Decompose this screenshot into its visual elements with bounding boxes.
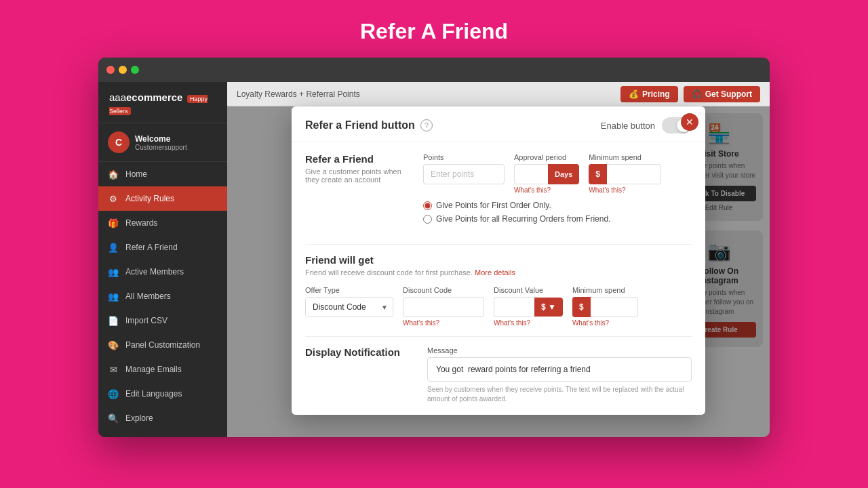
- dollar-button[interactable]: $: [589, 164, 607, 184]
- active-members-icon: 👥: [108, 266, 119, 277]
- pricing-button[interactable]: 💰 Pricing: [620, 86, 678, 102]
- friend-min-spend-input[interactable]: [591, 297, 638, 317]
- home-icon: 🏠: [108, 169, 119, 180]
- email-icon: ✉: [108, 364, 119, 375]
- sidebar-item-label: Activity Rules: [125, 194, 174, 203]
- rewards-icon: 🎁: [108, 218, 119, 228]
- sidebar-item-label: Explore: [125, 413, 153, 423]
- min-spend-input[interactable]: [607, 164, 661, 184]
- explore-icon: 🔍: [108, 413, 119, 424]
- friend-section-title: Friend will get: [305, 254, 692, 266]
- sidebar-item-import-csv[interactable]: 📄 Import CSV: [98, 308, 227, 333]
- dot-yellow: [119, 66, 127, 74]
- days-button[interactable]: Days: [548, 164, 579, 184]
- pricing-label: Pricing: [642, 89, 670, 99]
- sidebar-item-active-members[interactable]: 👥 Active Members: [98, 260, 227, 284]
- discount-code-input[interactable]: [403, 297, 484, 317]
- min-spend-whatsthis[interactable]: What's this?: [589, 186, 661, 194]
- radio-recurring[interactable]: Give Points for all Recurring Orders fro…: [423, 214, 692, 224]
- browser-window: aaaecommerce Happy Sellers C Welcome Cus…: [98, 58, 770, 437]
- sidebar-item-label: Refer A Friend: [125, 243, 178, 252]
- discount-dollar-button[interactable]: $ ▼: [534, 298, 563, 317]
- sidebar-item-all-members[interactable]: 👥 All Members: [98, 284, 227, 308]
- user-role: Customersupport: [135, 144, 187, 151]
- dot-green: [131, 66, 139, 74]
- radio-first-order[interactable]: Give Points for First Order Only.: [423, 201, 692, 210]
- points-input[interactable]: [423, 164, 505, 184]
- approval-input[interactable]: 0: [514, 164, 548, 184]
- friend-section-desc: Friend will receive discount code for fi…: [305, 268, 692, 277]
- discount-code-whatsthis[interactable]: What's this?: [403, 319, 484, 327]
- refer-section-title: Refer a Friend: [305, 153, 414, 165]
- enable-label: Enable button: [601, 121, 655, 131]
- browser-body: aaaecommerce Happy Sellers C Welcome Cus…: [98, 82, 770, 437]
- more-details-link[interactable]: More details: [475, 268, 515, 277]
- page-title: Refer A Friend: [0, 0, 868, 58]
- activity-rules-icon: ⚙: [108, 193, 119, 204]
- offer-type-select-wrapper: Discount Code Free Shipping Fixed Amount…: [305, 297, 393, 317]
- points-label: Points: [423, 153, 505, 161]
- days-input-row: 0 Days: [514, 164, 579, 184]
- sidebar-item-explore[interactable]: 🔍 Explore: [98, 406, 227, 430]
- friend-dollar-input-row: $: [572, 297, 638, 317]
- refer-section: Refer a Friend Give a customer points wh…: [305, 153, 692, 235]
- section-divider-2: [305, 336, 692, 337]
- sidebar-item-label: Rewards: [125, 218, 157, 228]
- support-button[interactable]: 🎧 Get Support: [684, 86, 760, 102]
- offer-type-label: Offer Type: [305, 286, 393, 294]
- sidebar-item-activity-rules[interactable]: ⚙ Activity Rules: [98, 186, 227, 211]
- message-label: Message: [427, 346, 692, 354]
- sidebar-item-manage-emails[interactable]: ✉ Manage Emails: [98, 357, 227, 382]
- refer-section-desc: Give a customer points when they create …: [305, 167, 414, 184]
- help-icon[interactable]: ?: [420, 119, 433, 131]
- enable-row: Enable button: [601, 117, 692, 134]
- refer-fields: Points Approval period 0: [423, 153, 692, 235]
- message-group: Message Seen by customers when they rece…: [427, 346, 692, 404]
- discount-value-input[interactable]: [494, 297, 534, 317]
- sidebar-item-label: Import CSV: [125, 316, 167, 325]
- support-label: Get Support: [705, 89, 752, 99]
- sidebar-item-rewards[interactable]: 🎁 Rewards: [98, 211, 227, 235]
- all-members-icon: 👥: [108, 291, 119, 302]
- sidebar-item-label: Panel Customization: [125, 340, 200, 350]
- offer-row: Offer Type Discount Code Free Shipping F…: [305, 286, 692, 327]
- sidebar-item-label: Active Members: [125, 267, 184, 277]
- discount-value-input-row: $ ▼: [494, 297, 563, 317]
- message-hint: Seen by customers when they receive poin…: [427, 385, 692, 404]
- modal: ✕ Refer a Friend button ? Enable button: [292, 106, 705, 415]
- message-input[interactable]: [427, 357, 692, 382]
- approval-whatsthis[interactable]: What's this?: [514, 186, 579, 194]
- friend-min-spend-group: Minimum spend $ What's this?: [572, 286, 638, 327]
- modal-title-row: Refer a Friend button ?: [305, 119, 433, 131]
- sidebar-item-home[interactable]: 🏠 Home: [98, 162, 227, 186]
- discount-value-whatsthis[interactable]: What's this?: [494, 319, 563, 327]
- user-name: Welcome: [135, 134, 187, 144]
- friend-min-spend-whatsthis[interactable]: What's this?: [572, 319, 638, 327]
- radio-group: Give Points for First Order Only. Give P…: [423, 201, 692, 224]
- sidebar: aaaecommerce Happy Sellers C Welcome Cus…: [98, 82, 227, 437]
- points-row: Points Approval period 0: [423, 153, 692, 194]
- refer-text: Refer a Friend Give a customer points wh…: [305, 153, 414, 235]
- sidebar-item-edit-languages[interactable]: 🌐 Edit Languages: [98, 382, 227, 406]
- dot-red: [106, 66, 115, 74]
- min-spend-label: Minimum spend: [589, 153, 661, 161]
- friend-min-spend-label: Minimum spend: [572, 286, 638, 294]
- sidebar-item-refer-a-friend[interactable]: 👤 Refer A Friend: [98, 235, 227, 260]
- user-area: C Welcome Customersupport: [98, 123, 227, 162]
- notification-section: Display Notification Message Seen by cus…: [305, 346, 692, 404]
- modal-body: Refer a Friend Give a customer points wh…: [292, 142, 705, 415]
- languages-icon: 🌐: [108, 388, 119, 399]
- pricing-icon: 💰: [629, 89, 639, 99]
- sidebar-item-label: All Members: [125, 291, 171, 301]
- approval-label: Approval period: [514, 153, 579, 161]
- discount-code-label: Discount Code: [403, 286, 484, 294]
- sidebar-item-panel-customization[interactable]: 🎨 Panel Customization: [98, 333, 227, 357]
- section-divider: [305, 244, 692, 245]
- friend-dollar-button[interactable]: $: [572, 297, 591, 317]
- discount-value-group: Discount Value $ ▼ What's this?: [494, 286, 563, 327]
- modal-close-button[interactable]: ✕: [681, 113, 698, 131]
- discount-value-label: Discount Value: [494, 286, 563, 294]
- min-spend-field-group: Minimum spend $ What's this?: [589, 153, 661, 194]
- offer-type-select[interactable]: Discount Code Free Shipping Fixed Amount: [305, 297, 393, 317]
- avatar: C: [108, 131, 130, 153]
